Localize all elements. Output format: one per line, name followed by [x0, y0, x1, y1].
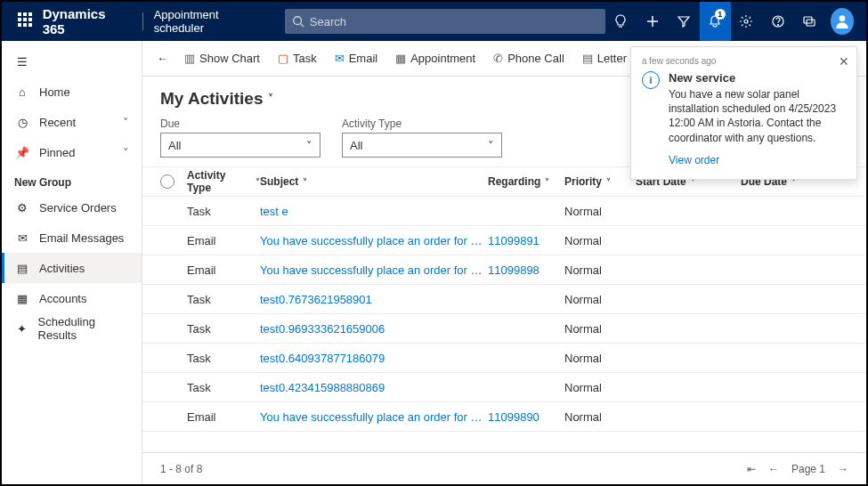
global-search[interactable]: Search — [285, 9, 605, 34]
svg-point-5 — [744, 20, 748, 23]
sidebar-item-accounts[interactable]: ▦Accounts — [2, 283, 142, 313]
cell-regarding-link[interactable]: 11099890 — [488, 410, 539, 424]
help-icon[interactable] — [762, 2, 793, 41]
table-row[interactable]: EmailYou have successfully place an orde… — [142, 402, 866, 432]
calendar-icon: ▦ — [395, 52, 406, 65]
cell-activity-type: Email — [187, 410, 260, 424]
chevron-down-icon: ˅ — [306, 139, 312, 152]
cell-regarding-link[interactable]: 11099898 — [488, 263, 539, 277]
brand-name: Dynamics 365 — [43, 6, 121, 36]
chevron-down-icon: ˅ — [123, 116, 129, 129]
sidebar-item-email-messages[interactable]: ✉Email Messages — [2, 223, 142, 253]
filter-icon[interactable] — [668, 2, 699, 41]
cmd-show-chart[interactable]: ▥Show Chart — [177, 45, 267, 72]
prev-page-button[interactable]: ← — [768, 463, 779, 475]
add-icon[interactable] — [637, 2, 668, 41]
pin-icon: 📌 — [14, 146, 30, 159]
select-all-checkbox[interactable] — [160, 174, 174, 189]
notification-close-icon[interactable]: ✕ — [839, 54, 849, 69]
cell-subject-link[interactable]: test e — [260, 205, 288, 218]
cell-priority: Normal — [564, 352, 636, 365]
notification-toast: a few seconds ago ✕ i New service You ha… — [630, 46, 857, 180]
next-page-button[interactable]: → — [838, 463, 848, 475]
col-subject[interactable]: Subject — [260, 175, 488, 188]
clock-icon: ◷ — [14, 116, 30, 129]
cell-subject-link[interactable]: You have successfully place an order for… — [260, 234, 488, 247]
notification-message: You have a new solar panel installation … — [669, 87, 846, 145]
svg-point-0 — [294, 17, 302, 25]
chevron-down-icon: ˅ — [488, 139, 494, 152]
cell-activity-type: Task — [187, 293, 260, 306]
search-placeholder: Search — [310, 15, 346, 28]
cell-subject-link[interactable]: test0.640937877186079 — [260, 352, 385, 365]
sidebar-item-activities[interactable]: ▤Activities — [2, 253, 142, 283]
filter-type-select[interactable]: All˅ — [342, 133, 502, 158]
first-page-button[interactable]: ⇤ — [747, 463, 756, 475]
cell-priority: Normal — [564, 322, 636, 336]
chat-icon[interactable] — [793, 2, 824, 41]
table-row[interactable]: EmailYou have successfully place an orde… — [142, 226, 866, 255]
lightbulb-icon[interactable] — [605, 2, 637, 41]
back-button[interactable]: ← — [151, 45, 174, 72]
col-regarding[interactable]: Regarding — [488, 175, 564, 188]
cmd-task[interactable]: ▢Task — [271, 45, 324, 72]
filter-due-select[interactable]: All˅ — [160, 133, 320, 158]
cell-priority: Normal — [564, 410, 636, 424]
sidebar-home[interactable]: ⌂Home — [2, 77, 142, 107]
cell-subject-link[interactable]: test0.969333621659006 — [260, 322, 385, 336]
home-icon: ⌂ — [14, 85, 30, 99]
cmd-letter[interactable]: ▤Letter — [575, 45, 634, 72]
results-icon: ✦ — [14, 322, 29, 336]
chevron-down-icon: ˅ — [123, 146, 129, 159]
sidebar: ☰ ⌂Home ◷Recent˅ 📌Pinned˅ New Group ⚙Ser… — [2, 41, 142, 484]
page-indicator: Page 1 — [791, 463, 825, 475]
activities-table: Activity Type Subject Regarding Priority… — [142, 166, 866, 452]
cell-activity-type: Task — [187, 381, 260, 394]
table-row[interactable]: Tasktest0.7673621958901Normal — [142, 285, 866, 314]
settings-icon[interactable] — [731, 2, 762, 41]
col-activity-type[interactable]: Activity Type — [187, 169, 260, 194]
table-row[interactable]: Tasktest0.969333621659006Normal — [142, 314, 866, 344]
info-icon: i — [642, 71, 660, 89]
cell-subject-link[interactable]: test0.423415988880869 — [260, 381, 385, 394]
phone-icon: ✆ — [493, 52, 503, 65]
cell-priority: Normal — [564, 381, 636, 394]
cell-subject-link[interactable]: You have successfully place an order for… — [260, 263, 488, 277]
search-icon — [292, 15, 304, 28]
sidebar-pinned[interactable]: 📌Pinned˅ — [2, 137, 142, 167]
cell-subject-link[interactable]: You have successfully place an order for… — [260, 410, 488, 424]
filter-due-label: Due — [160, 117, 320, 130]
sidebar-item-scheduling-results[interactable]: ✦Scheduling Results — [2, 313, 142, 344]
letter-icon: ▤ — [582, 52, 593, 65]
cell-priority: Normal — [564, 205, 636, 218]
app-name: Appointment scheduler — [154, 8, 258, 35]
app-launcher-icon[interactable] — [18, 12, 34, 30]
notifications-icon[interactable]: 1 — [700, 2, 731, 41]
divider — [142, 12, 143, 30]
row-range: 1 - 8 of 8 — [160, 463, 202, 475]
table-row[interactable]: Tasktest eNormal — [142, 197, 866, 226]
sidebar-hamburger[interactable]: ☰ — [2, 46, 142, 77]
cmd-email[interactable]: ✉Email — [328, 45, 385, 72]
cell-activity-type: Task — [187, 205, 260, 218]
notification-action-link[interactable]: View order — [669, 154, 846, 166]
notification-title: New service — [669, 71, 846, 85]
notification-badge: 1 — [715, 9, 726, 20]
cmd-phone-call[interactable]: ✆Phone Call — [486, 45, 572, 72]
svg-point-7 — [777, 25, 778, 26]
cell-subject-link[interactable]: test0.7673621958901 — [260, 293, 372, 306]
col-priority[interactable]: Priority — [564, 175, 636, 188]
chevron-down-icon: ˅ — [268, 93, 273, 105]
table-row[interactable]: EmailYou have successfully place an orde… — [142, 255, 866, 285]
cmd-appointment[interactable]: ▦Appointment — [388, 45, 483, 72]
user-avatar[interactable] — [831, 8, 854, 35]
sidebar-recent[interactable]: ◷Recent˅ — [2, 107, 142, 137]
table-row[interactable]: Tasktest0.640937877186079Normal — [142, 344, 866, 373]
sidebar-item-service-orders[interactable]: ⚙Service Orders — [2, 192, 142, 223]
table-row[interactable]: Tasktest0.423415988880869Normal — [142, 373, 866, 402]
filter-due: Due All˅ — [160, 117, 320, 158]
cell-regarding-link[interactable]: 11099891 — [488, 234, 539, 247]
page-title[interactable]: My Activities˅ — [160, 89, 273, 109]
filter-activity-type: Activity Type All˅ — [342, 117, 502, 158]
svg-line-1 — [300, 24, 304, 28]
